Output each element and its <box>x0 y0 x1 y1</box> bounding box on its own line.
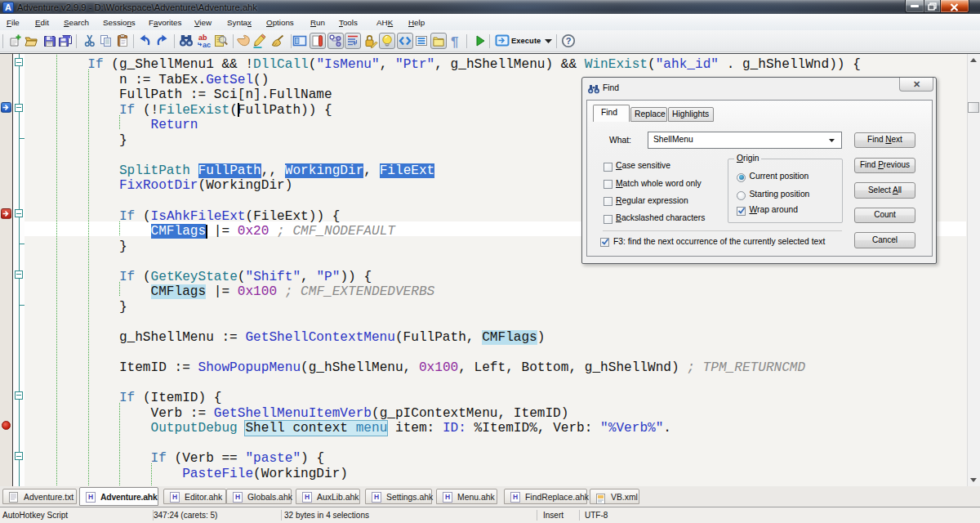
svg-text:?: ? <box>566 36 572 46</box>
svg-text:¶: ¶ <box>451 34 458 49</box>
svg-text:ac: ac <box>203 41 211 48</box>
